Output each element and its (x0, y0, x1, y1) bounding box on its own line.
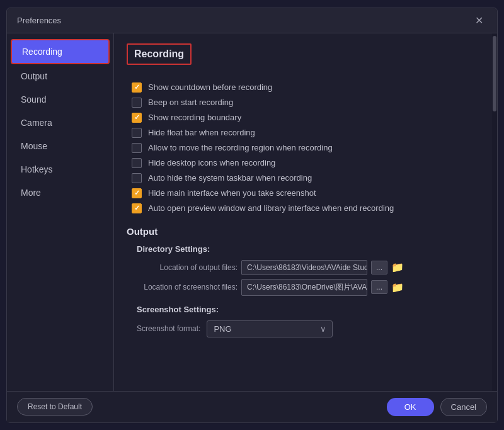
preferences-dialog: Preferences ✕ Recording Output Sound Cam… (6, 8, 498, 423)
checkbox-label-allow-move: Allow to move the recording region when … (148, 143, 333, 152)
sidebar-item-more[interactable]: More (11, 181, 110, 204)
sidebar-item-hotkeys[interactable]: Hotkeys (11, 158, 110, 181)
checkbox-row-hide-main: Hide main interface when you take screen… (127, 188, 479, 198)
scrollbar-track[interactable] (492, 33, 497, 391)
screenshot-files-path[interactable]: C:\Users\86183\OneDrive\图片\AVAide Stud (241, 279, 367, 296)
checkbox-row-auto-open: Auto open preview window and library int… (127, 203, 479, 213)
main-panel: Recording Show countdown before recordin… (114, 33, 492, 391)
screenshot-files-folder-button[interactable]: 📁 (391, 281, 404, 293)
directory-settings-title: Directory Settings: (127, 244, 479, 254)
sidebar-item-output[interactable]: Output (11, 65, 110, 88)
format-select[interactable]: PNG JPG BMP GIF (207, 320, 333, 337)
checkbox-row-allow-move: Allow to move the recording region when … (127, 143, 479, 153)
ok-button[interactable]: OK (387, 398, 434, 416)
title-bar: Preferences ✕ (7, 8, 497, 33)
right-buttons: OK Cancel (387, 398, 487, 416)
checkbox-row-auto-hide-taskbar: Auto hide the system taskbar when record… (127, 173, 479, 183)
reset-to-default-button[interactable]: Reset to Default (17, 398, 93, 416)
checkbox-label-hide-desktop: Hide desktop icons when recording (148, 158, 275, 167)
bottom-bar: Reset to Default OK Cancel (7, 391, 497, 422)
checkbox-label-hide-float: Hide float bar when recording (148, 128, 255, 137)
checkbox-row-show-boundary: Show recording boundary (127, 113, 479, 123)
checkbox-hide-desktop[interactable] (132, 158, 142, 168)
sidebar-item-recording[interactable]: Recording (11, 39, 110, 64)
screenshot-files-row: Location of screenshot files: C:\Users\8… (127, 279, 479, 296)
checkbox-beep[interactable] (132, 98, 142, 108)
screenshot-settings: Screenshot Settings: Screenshot format: … (127, 305, 479, 337)
checkbox-auto-open[interactable] (132, 203, 142, 213)
checkbox-show-countdown[interactable] (132, 82, 142, 93)
sidebar-item-camera[interactable]: Camera (11, 111, 110, 134)
content-area: Recording Output Sound Camera Mouse Hotk… (7, 33, 497, 391)
cancel-button[interactable]: Cancel (440, 398, 487, 416)
output-section-title: Output (127, 226, 479, 237)
sidebar-item-sound[interactable]: Sound (11, 88, 110, 111)
recording-section-title: Recording (127, 43, 192, 65)
checkbox-label-beep: Beep on start recording (148, 98, 233, 107)
checkbox-row-hide-float: Hide float bar when recording (127, 128, 479, 138)
output-files-dots-button[interactable]: ... (371, 261, 387, 274)
sidebar-item-mouse[interactable]: Mouse (11, 135, 110, 157)
recording-section-header: Recording (127, 43, 479, 74)
checkbox-label-show-countdown: Show countdown before recording (148, 82, 272, 92)
output-files-label: Location of output files: (137, 263, 238, 272)
checkbox-show-boundary[interactable] (132, 113, 142, 123)
output-files-folder-button[interactable]: 📁 (391, 261, 404, 273)
checkbox-hide-float[interactable] (132, 128, 142, 138)
checkbox-auto-hide-taskbar[interactable] (132, 173, 142, 183)
format-label: Screenshot format: (137, 324, 200, 333)
format-row: Screenshot format: PNG JPG BMP GIF (127, 320, 479, 337)
checkbox-row-hide-desktop: Hide desktop icons when recording (127, 158, 479, 168)
checkbox-allow-move[interactable] (132, 143, 142, 153)
output-section: Output Directory Settings: Location of o… (127, 226, 479, 337)
scrollbar-thumb[interactable] (493, 36, 496, 111)
output-files-path[interactable]: C:\Users\86183\Videos\AVAide Studio\AVAi… (241, 260, 367, 275)
format-select-wrapper: PNG JPG BMP GIF (207, 320, 333, 337)
output-files-row: Location of output files: C:\Users\86183… (127, 260, 479, 275)
checkboxes-container: Show countdown before recording Beep on … (127, 82, 479, 213)
screenshot-files-dots-button[interactable]: ... (371, 280, 387, 294)
checkbox-label-show-boundary: Show recording boundary (148, 113, 241, 122)
checkbox-label-auto-hide-taskbar: Auto hide the system taskbar when record… (148, 173, 312, 183)
screenshot-settings-title: Screenshot Settings: (127, 305, 479, 314)
dialog-title: Preferences (17, 16, 61, 25)
checkbox-hide-main[interactable] (132, 188, 142, 198)
checkbox-label-auto-open: Auto open preview window and library int… (148, 203, 394, 213)
checkbox-label-hide-main: Hide main interface when you take screen… (148, 188, 316, 198)
screenshot-files-label: Location of screenshot files: (137, 283, 238, 291)
close-button[interactable]: ✕ (471, 13, 487, 28)
checkbox-row-beep: Beep on start recording (127, 98, 479, 108)
checkbox-row-show-countdown: Show countdown before recording (127, 82, 479, 93)
directory-settings: Directory Settings: Location of output f… (127, 244, 479, 296)
sidebar: Recording Output Sound Camera Mouse Hotk… (7, 33, 114, 391)
